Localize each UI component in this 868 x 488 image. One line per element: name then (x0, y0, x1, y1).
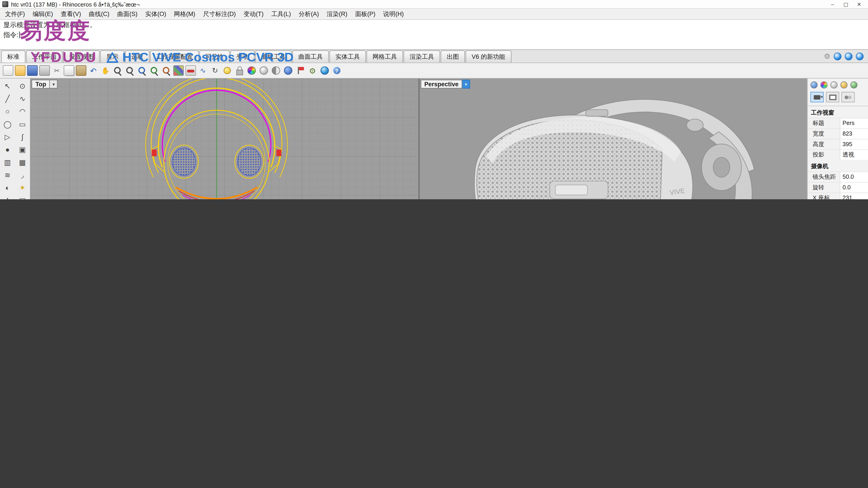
sphere-icon[interactable]: ● (0, 143, 15, 156)
viewport-perspective[interactable]: VIVE Perspective (419, 78, 807, 199)
cut-icon[interactable] (52, 65, 62, 76)
rendered-mode-icon[interactable] (283, 65, 293, 76)
tab-viewport-layout[interactable]: 工作视窗配置 (150, 51, 199, 63)
save-icon[interactable] (27, 65, 38, 76)
menu-surface[interactable]: 曲面(S) (113, 9, 141, 20)
menu-file[interactable]: 文件(F) (1, 9, 29, 20)
tab-solid-tools[interactable]: 实体工具 (329, 51, 366, 63)
tab-standard[interactable]: 标准 (1, 51, 26, 63)
menu-transform[interactable]: 变动(T) (240, 9, 268, 20)
grid-options-icon[interactable] (174, 65, 184, 76)
property-camera-x-value[interactable]: 231. (840, 193, 868, 199)
named-view-icon[interactable] (185, 65, 196, 76)
tab-render-tools[interactable]: 渲染工具 (403, 51, 440, 63)
tab-display[interactable]: 显示 (100, 51, 125, 63)
menu-panels[interactable]: 面板(P) (351, 9, 379, 20)
rectangle-icon[interactable]: ▭ (15, 118, 30, 131)
lock-icon[interactable] (234, 65, 245, 76)
tab-drafting[interactable]: 出图 (440, 51, 465, 63)
polygon-icon[interactable]: ▷ (0, 131, 15, 143)
menu-render[interactable]: 渲染(R) (323, 9, 351, 20)
property-viewport-projection-value[interactable]: 透视 (840, 150, 868, 160)
tab-curve-tools[interactable]: 曲线工具 (255, 51, 292, 63)
properties-panel-icon[interactable] (810, 81, 817, 89)
viewport-top-menu-arrow-icon[interactable] (50, 80, 58, 89)
undo-icon[interactable] (88, 65, 98, 76)
viewport-preset-icon-2[interactable] (845, 52, 852, 60)
rotate-view-icon[interactable] (210, 65, 220, 76)
property-viewport-title-value[interactable]: Pers (840, 119, 868, 128)
tab-cplanes[interactable]: 工作平面 (26, 51, 63, 63)
menu-dimension[interactable]: 尺寸标注(D) (199, 9, 240, 20)
close-button[interactable] (852, 0, 866, 8)
zoom-window-icon[interactable] (137, 65, 147, 76)
select-icon[interactable]: ↖ (0, 80, 15, 92)
render-balls-icon[interactable] (841, 92, 855, 103)
zoom-selected-icon[interactable] (161, 65, 172, 76)
flag-icon[interactable] (295, 65, 306, 76)
viewport-top-title[interactable]: Top (32, 80, 50, 89)
run-script-gear-icon[interactable] (307, 65, 318, 76)
materials-panel-icon[interactable] (850, 81, 858, 89)
render-panel-icon[interactable] (820, 81, 828, 89)
viewport-perspective-menu-arrow-icon[interactable] (463, 80, 470, 89)
menu-solid[interactable]: 实体(O) (141, 9, 170, 20)
property-viewport-width-value[interactable]: 823 (840, 129, 868, 139)
menu-edit[interactable]: 编辑(E) (29, 9, 57, 20)
box-icon[interactable]: ▣ (15, 143, 30, 156)
freeform-icon[interactable]: ∫ (15, 131, 30, 143)
move-icon[interactable]: ✛ (0, 194, 15, 199)
viewport-top[interactable]: y x Top (31, 78, 418, 199)
maximize-button[interactable] (839, 0, 852, 8)
minimize-button[interactable] (826, 0, 839, 8)
viewport-perspective-title[interactable]: Perspective (421, 80, 463, 89)
loft-icon[interactable]: ≋ (0, 169, 15, 182)
toolbar-options-gear-icon[interactable] (824, 52, 831, 60)
cylinder-icon[interactable]: ▥ (0, 156, 15, 169)
tab-visibility[interactable]: 可见性 (199, 51, 230, 63)
tab-transform[interactable]: 变动 (230, 51, 255, 63)
menu-view[interactable]: 查看(V) (57, 9, 85, 20)
paste-icon[interactable] (76, 65, 87, 76)
viewport-preset-icon-3[interactable] (856, 52, 864, 60)
copy-object-icon[interactable]: ▤ (15, 194, 30, 199)
property-camera-rotation-value[interactable]: 0.0 (840, 183, 868, 193)
viewport-camera-icon[interactable] (810, 92, 824, 103)
viewport-preset-icon-1[interactable] (834, 52, 841, 60)
tab-set-view[interactable]: 设置视图 (63, 51, 100, 63)
menu-curve[interactable]: 曲线(C) (85, 9, 114, 20)
ghosted-mode-icon[interactable] (271, 65, 281, 76)
zoom-in-icon[interactable] (112, 65, 123, 76)
circle-icon[interactable]: ○ (0, 105, 15, 118)
display-panel-icon[interactable] (830, 81, 837, 89)
boolean-icon[interactable]: ◐ (0, 182, 15, 194)
render-icon[interactable] (246, 65, 257, 76)
ellipse-icon[interactable]: ◯ (0, 118, 15, 131)
earth-icon[interactable] (319, 65, 330, 76)
explode-icon[interactable]: ✶ (15, 182, 30, 194)
shaded-mode-icon[interactable] (258, 65, 269, 76)
fillet-icon[interactable]: ◞ (15, 169, 30, 182)
command-prompt[interactable]: 指令: (0, 30, 868, 40)
tab-new-in-v6[interactable]: V6 的新功能 (466, 51, 511, 63)
zoom-extents-icon[interactable] (149, 65, 160, 76)
control-curve-icon[interactable]: ∿ (15, 92, 30, 105)
property-camera-lens-value[interactable]: 50.0 (840, 172, 868, 182)
surface-icon[interactable]: ▦ (15, 156, 30, 169)
tab-mesh-tools[interactable]: 网格工具 (366, 51, 403, 63)
lamp-icon[interactable] (222, 65, 232, 76)
menu-tools[interactable]: 工具(L) (268, 9, 295, 20)
copy-icon[interactable] (64, 65, 74, 76)
print-icon[interactable] (39, 65, 50, 76)
point-icon[interactable]: ⊙ (15, 80, 30, 92)
curvature-analysis-icon[interactable] (197, 65, 208, 76)
zoom-dynamic-icon[interactable] (125, 65, 135, 76)
help-icon[interactable] (332, 65, 342, 76)
open-file-icon[interactable] (15, 65, 26, 76)
menu-help[interactable]: 说明(H) (379, 9, 408, 20)
menu-mesh[interactable]: 网格(M) (170, 9, 199, 20)
sun-panel-icon[interactable] (840, 81, 848, 89)
new-file-icon[interactable] (3, 65, 13, 76)
menu-analyze[interactable]: 分析(A) (295, 9, 323, 20)
arc-icon[interactable]: ◠ (15, 105, 30, 118)
